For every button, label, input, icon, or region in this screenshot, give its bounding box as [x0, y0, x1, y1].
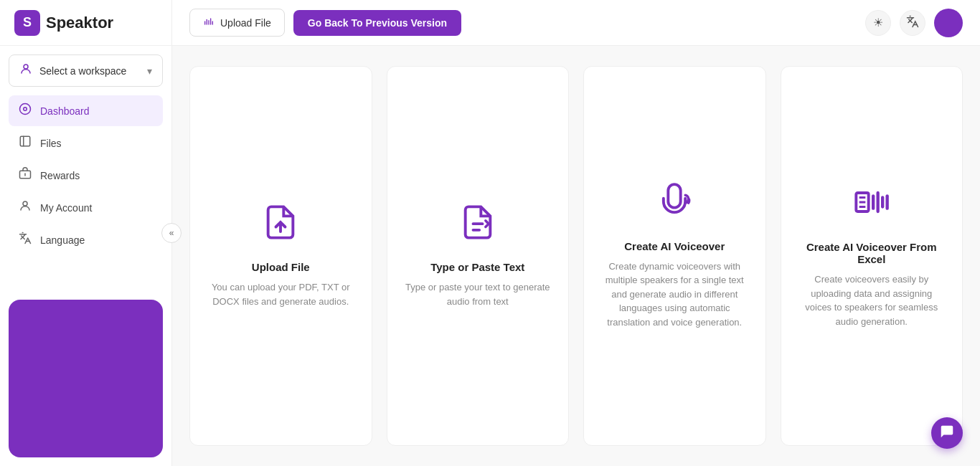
svg-point-2: [24, 108, 27, 111]
upload-file-card-title: Upload File: [252, 261, 310, 273]
rewards-label: Rewards: [40, 170, 80, 181]
rewards-icon: [19, 167, 32, 184]
sidebar-item-rewards[interactable]: Rewards: [9, 160, 163, 191]
type-paste-card-title: Type or Paste Text: [430, 261, 524, 273]
sidebar-bottom: [0, 291, 171, 466]
workspace-selector[interactable]: Select a workspace ▾: [9, 54, 163, 87]
logo-area: S Speaktor: [0, 0, 171, 46]
my-account-icon: [19, 199, 32, 216]
ai-voiceover-excel-card[interactable]: Create AI Voiceover From Excel Create vo…: [781, 66, 963, 446]
upload-file-card[interactable]: Upload File You can upload your PDF, TXT…: [189, 66, 372, 446]
collapse-icon: «: [169, 228, 174, 238]
user-avatar[interactable]: [934, 9, 963, 37]
cards-grid: Upload File You can upload your PDF, TXT…: [172, 46, 980, 466]
dashboard-label: Dashboard: [40, 105, 90, 117]
sidebar-collapse-button[interactable]: «: [161, 223, 182, 243]
files-icon: [19, 135, 32, 151]
workspace-chevron-icon: ▾: [147, 65, 152, 77]
ai-voiceover-card-icon: [656, 183, 693, 226]
language-icon: [19, 232, 32, 248]
logo-text: Speaktor: [46, 14, 113, 32]
workspace-person-icon: [19, 62, 32, 79]
sidebar: S Speaktor Select a workspace ▾ Dashboar…: [0, 0, 172, 466]
logo-icon: S: [14, 10, 40, 36]
chat-icon: [939, 424, 955, 443]
header: Upload File Go Back To Previous Version …: [172, 0, 980, 46]
ai-voiceover-card-title: Create AI Voiceover: [624, 240, 725, 252]
workspace-label: Select a workspace: [39, 65, 140, 77]
account-card: [9, 300, 163, 457]
svg-rect-3: [20, 136, 30, 146]
ai-voiceover-card-desc: Create dynamic voiceovers with multiple …: [601, 260, 748, 330]
main-content: Upload File Go Back To Previous Version …: [172, 0, 980, 466]
type-paste-card-icon: [459, 204, 496, 247]
nav-list: Dashboard Files Rewards My Account Langu: [0, 90, 171, 261]
svg-point-1: [20, 104, 31, 115]
sidebar-item-dashboard[interactable]: Dashboard: [9, 95, 163, 126]
chat-bubble-button[interactable]: [931, 417, 963, 449]
sidebar-item-language[interactable]: Language: [9, 224, 163, 255]
my-account-label: My Account: [40, 202, 92, 214]
language-label: Language: [40, 234, 85, 246]
ai-voiceover-excel-card-icon: [853, 184, 890, 227]
translate-icon: [906, 15, 919, 31]
upload-file-card-icon: [262, 204, 299, 247]
files-label: Files: [40, 138, 62, 149]
go-back-button[interactable]: Go Back To Previous Version: [293, 10, 461, 36]
svg-point-7: [23, 201, 27, 206]
logo-letter: S: [23, 15, 32, 30]
ai-voiceover-excel-card-title: Create AI Voiceover From Excel: [798, 241, 946, 265]
sidebar-item-files[interactable]: Files: [9, 128, 163, 158]
upload-file-card-desc: You can upload your PDF, TXT or DOCX fil…: [207, 280, 354, 308]
go-back-label: Go Back To Previous Version: [308, 17, 447, 29]
ai-voiceover-card[interactable]: Create AI Voiceover Create dynamic voice…: [583, 66, 766, 446]
upload-file-header-button[interactable]: Upload File: [189, 9, 285, 37]
upload-file-header-label: Upload File: [220, 17, 271, 29]
dashboard-icon: [19, 103, 32, 119]
svg-point-0: [24, 65, 28, 69]
ai-voiceover-excel-card-desc: Create voiceovers easily by uploading da…: [798, 272, 946, 328]
sun-icon: ☀: [873, 16, 883, 29]
theme-toggle-button[interactable]: ☀: [865, 10, 891, 36]
upload-waveform-icon: [203, 16, 215, 29]
language-toggle-button[interactable]: [900, 10, 925, 36]
type-paste-card[interactable]: Type or Paste Text Type or paste your te…: [387, 66, 570, 446]
sidebar-item-my-account[interactable]: My Account: [9, 192, 163, 223]
type-paste-card-desc: Type or paste your text to generate audi…: [405, 280, 552, 308]
